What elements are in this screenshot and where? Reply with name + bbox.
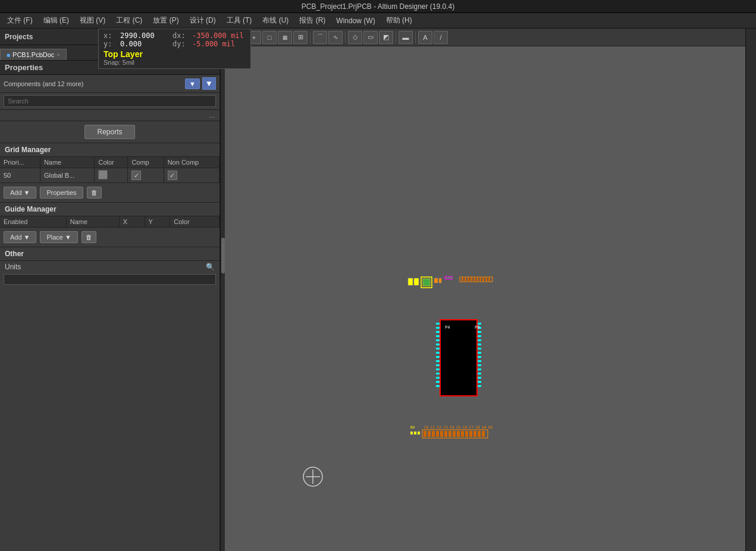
svg-rect-48 xyxy=(478,364,481,366)
bar-tool-btn[interactable]: ▬ xyxy=(399,31,413,44)
svg-rect-14 xyxy=(470,278,472,281)
menu-window[interactable]: Window (W) xyxy=(331,15,379,26)
tab-close-icon[interactable]: × xyxy=(57,52,60,58)
svg-rect-38 xyxy=(478,323,481,325)
svg-rect-51 xyxy=(478,377,481,379)
pcbdoc-tab[interactable]: ■ PCB1.PcbDoc × xyxy=(0,49,67,60)
right-panel xyxy=(745,29,756,551)
svg-rect-68 xyxy=(457,431,460,437)
guide-col-enabled: Enabled xyxy=(0,216,66,228)
search-input[interactable] xyxy=(4,95,216,107)
toolbar-sep-5 xyxy=(415,32,416,43)
svg-rect-60 xyxy=(424,431,426,437)
chart-tool-btn[interactable]: ▦ xyxy=(278,31,292,44)
grid-actions: Add ▼ Properties 🗑 xyxy=(0,183,219,203)
units-row: Units 🔍 xyxy=(0,261,219,273)
menu-place[interactable]: 放置 (P) xyxy=(148,14,183,27)
grid-trash-button[interactable]: 🗑 xyxy=(87,187,102,199)
svg-rect-52 xyxy=(478,381,481,383)
dx-value: -350.000 mil xyxy=(192,32,246,40)
pin-tool-btn[interactable]: ◇ xyxy=(348,31,362,44)
guide-place-button[interactable]: Place ▼ xyxy=(40,231,77,243)
filter-text: Components (and 12 more) xyxy=(4,80,183,87)
menu-view[interactable]: 视图 (V) xyxy=(75,14,110,27)
menu-route[interactable]: 布线 (U) xyxy=(258,14,293,27)
svg-rect-61 xyxy=(428,431,431,437)
svg-rect-65 xyxy=(444,431,447,437)
guide-col-y: Y xyxy=(145,216,170,228)
color-swatch[interactable] xyxy=(98,170,108,180)
row-comp[interactable] xyxy=(128,168,164,183)
pcb-canvas[interactable]: P4 P9 xyxy=(225,46,745,551)
guide-place-dropdown-icon[interactable]: ▼ xyxy=(65,234,71,241)
projects-title: Projects xyxy=(5,33,33,41)
svg-text:P9: P9 xyxy=(475,325,479,330)
add-dropdown-arrow-icon[interactable]: ▼ xyxy=(24,189,30,196)
noncomp-checkbox[interactable] xyxy=(168,171,177,180)
row-color[interactable] xyxy=(95,168,128,183)
title-text: PCB_Project1.PrjPCB - Altium Designer (1… xyxy=(302,2,454,11)
svg-rect-12 xyxy=(465,278,466,281)
color-tool-btn[interactable]: ◩ xyxy=(379,31,393,44)
svg-rect-24 xyxy=(436,331,440,333)
svg-rect-45 xyxy=(478,352,481,354)
guide-table: Enabled Name X Y Color xyxy=(0,216,219,228)
wave-tool-btn[interactable]: ∿ xyxy=(328,31,343,44)
other-section-header: Other xyxy=(0,247,219,261)
col-priority: Priori... xyxy=(0,157,40,168)
grid-tool-btn[interactable]: ⊞ xyxy=(293,31,308,44)
filter-button[interactable]: ▼ xyxy=(185,78,200,89)
col-color: Color xyxy=(95,157,128,168)
guide-trash-button[interactable]: 🗑 xyxy=(81,231,96,243)
units-search-icon[interactable]: 🔍 xyxy=(206,263,215,271)
filter-dropdown-arrow[interactable]: ▼ xyxy=(202,77,216,90)
svg-rect-72 xyxy=(473,431,476,437)
text-tool-btn[interactable]: A xyxy=(418,31,432,44)
menu-design[interactable]: 设计 (D) xyxy=(185,14,221,27)
svg-rect-70 xyxy=(465,431,468,437)
svg-rect-0 xyxy=(408,278,413,285)
menu-file[interactable]: 文件 (F) xyxy=(2,14,37,27)
canvas-area[interactable]: ⊞ + □ ▦ ⊞ ⌒ ∿ ◇ ▭ ◩ ▬ A / xyxy=(225,29,745,551)
svg-rect-40 xyxy=(478,331,481,333)
grid-add-button[interactable]: Add ▼ xyxy=(4,187,36,199)
toolbar-sep-4 xyxy=(396,32,396,43)
svg-rect-53 xyxy=(478,385,481,387)
y-label: y: xyxy=(103,40,115,48)
left-scrollbar[interactable] xyxy=(220,29,225,551)
comp-checkbox[interactable] xyxy=(131,171,141,180)
dots-row: ... xyxy=(0,110,219,121)
svg-rect-33 xyxy=(436,369,440,370)
reports-button[interactable]: Reports xyxy=(84,125,134,139)
svg-rect-69 xyxy=(461,431,464,437)
grid-properties-button[interactable]: Properties xyxy=(40,187,83,199)
menu-reports[interactable]: 报告 (R) xyxy=(294,14,330,27)
guide-add-button[interactable]: Add ▼ xyxy=(4,231,36,243)
rect-tool-btn[interactable]: □ xyxy=(262,31,277,44)
menu-project[interactable]: 工程 (C) xyxy=(111,14,147,27)
svg-rect-19 xyxy=(485,278,487,281)
svg-rect-43 xyxy=(478,344,481,345)
svg-rect-56 xyxy=(410,432,413,434)
rect2-tool-btn[interactable]: ▭ xyxy=(363,31,378,44)
guide-add-dropdown-icon[interactable]: ▼ xyxy=(24,234,30,241)
svg-rect-28 xyxy=(436,348,440,350)
svg-rect-42 xyxy=(478,339,481,341)
svg-rect-34 xyxy=(436,373,440,374)
menu-edit[interactable]: 编辑 (E) xyxy=(39,14,74,27)
row-name: Global B... xyxy=(40,168,95,183)
svg-rect-49 xyxy=(478,369,481,370)
svg-rect-35 xyxy=(436,377,440,379)
menu-tools[interactable]: 工具 (T) xyxy=(222,14,257,27)
units-input[interactable] xyxy=(4,274,216,285)
menu-help[interactable]: 帮助 (H) xyxy=(381,14,417,27)
curve-tool-btn[interactable]: ⌒ xyxy=(313,31,327,44)
row-noncomp[interactable] xyxy=(164,168,219,183)
svg-rect-71 xyxy=(469,431,472,437)
draw-tool-btn[interactable]: / xyxy=(434,31,448,44)
svg-rect-17 xyxy=(479,278,481,281)
dx-label: dx: xyxy=(172,32,187,40)
svg-rect-23 xyxy=(436,327,440,329)
grid-manager-title: Grid Manager xyxy=(5,146,51,154)
snap-info: Snap: 5mil xyxy=(103,59,246,66)
